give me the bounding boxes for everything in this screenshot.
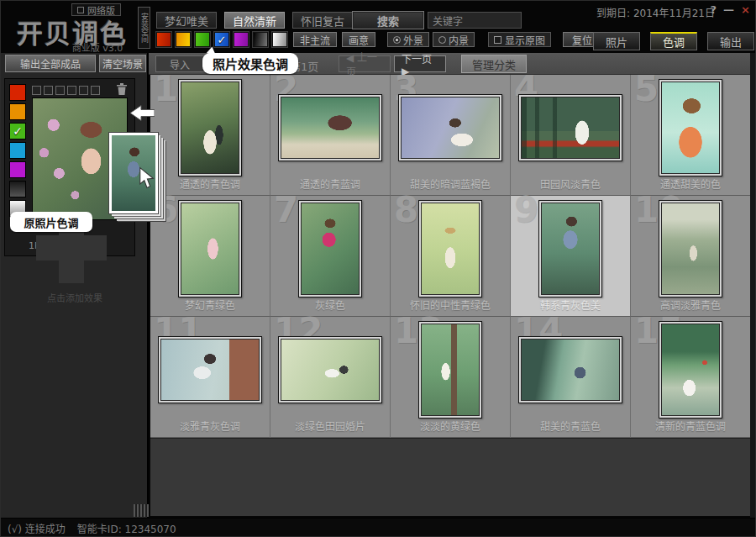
trash-icon[interactable]: [116, 82, 128, 96]
tab-输出[interactable]: 输出: [707, 32, 754, 50]
photo-frame: [418, 321, 482, 419]
effect-item-11[interactable]: 11淡雅青灰色调: [150, 317, 270, 438]
effect-photo-area: [391, 75, 510, 176]
category-button[interactable]: 梦幻唯美: [156, 12, 217, 29]
drag-arrow-icon: [129, 104, 155, 122]
import-button[interactable]: 导入: [155, 55, 204, 72]
sidebar-swatch-red[interactable]: [9, 84, 26, 101]
color-swatch-green[interactable]: [195, 32, 210, 47]
effect-item-1[interactable]: 1通透的青色调: [150, 75, 270, 196]
photo-grid: 1通透的青色调2通透的青蓝调3甜美的暗调蓝褐色4田园风淡青色5通透甜美的色6梦幻…: [150, 75, 750, 438]
style-button-huayi[interactable]: 画意: [342, 32, 375, 47]
manage-category-button[interactable]: 管理分类: [461, 55, 527, 73]
window-controls: ? — ×: [711, 3, 750, 16]
radio-outdoor[interactable]: 外景: [387, 32, 429, 47]
category-nav: 梦幻唯美自然清新怀旧复古: [156, 12, 353, 29]
effect-thumbnail: [181, 82, 239, 174]
sidebar-swatch-orange[interactable]: [9, 103, 26, 120]
install-space-tab[interactable]: 安装空间: [138, 7, 150, 49]
show-original-checkbox[interactable]: 显示原图: [488, 32, 551, 47]
filter-checkbox[interactable]: [91, 86, 100, 95]
clear-scene-button[interactable]: 清空场景: [99, 55, 146, 72]
help-icon[interactable]: ?: [711, 3, 717, 16]
photo-frame: [418, 200, 482, 297]
effect-thumbnail: [181, 203, 239, 295]
effect-thumbnail: [281, 339, 380, 401]
effect-caption: 淡淡的黄绿色: [420, 419, 480, 437]
effect-thumbnail: [421, 324, 480, 416]
effect-photo-area: [391, 317, 510, 419]
category-button[interactable]: 怀旧复古: [292, 12, 353, 29]
search-button[interactable]: 搜索: [352, 11, 424, 29]
effect-caption: 甜美的青蓝色: [540, 419, 601, 437]
color-swatch-orange[interactable]: [176, 32, 191, 47]
effect-item-9[interactable]: 9韩系青灰色美: [511, 196, 631, 317]
sidebar-swatch-magenta[interactable]: [9, 161, 26, 178]
keyword-input[interactable]: [428, 12, 522, 29]
sidebar-swatch-cyan[interactable]: [9, 142, 26, 159]
effect-item-13[interactable]: 13淡淡的黄绿色: [391, 317, 511, 438]
effect-item-7[interactable]: 7灰绿色: [270, 196, 391, 317]
effect-caption: 甜美的暗调蓝褐色: [410, 176, 491, 195]
photo-frame: [298, 200, 362, 297]
photo-frame: [659, 79, 722, 176]
effect-thumbnail: [661, 203, 720, 295]
sidebar-color-swatches: ✓: [9, 84, 26, 217]
color-swatch-white-gradient[interactable]: [272, 32, 287, 47]
effect-item-10[interactable]: 10高调淡雅青色: [631, 196, 750, 317]
color-swatch-blue[interactable]: ✓: [214, 32, 229, 47]
window-right-edge: [750, 53, 756, 518]
effect-item-15[interactable]: 15清新的青蓝色调: [631, 317, 750, 438]
expiry-date-label: 到期日: 2014年11月21日: [596, 5, 715, 19]
category-button[interactable]: 自然清新: [224, 12, 285, 29]
show-original-label: 显示原图: [505, 33, 545, 47]
effect-item-6[interactable]: 6梦幻青绿色: [150, 196, 270, 317]
connection-label: 连接成功: [25, 524, 66, 535]
filter-checkbox-row: [32, 86, 100, 95]
original-tone-tooltip: 原照片色调: [10, 212, 92, 232]
photo-frame: [538, 200, 602, 297]
filter-checkbox[interactable]: [79, 86, 88, 95]
effect-photo-area: [631, 317, 750, 419]
effect-thumbnail: [421, 203, 480, 295]
color-swatch-black-gradient[interactable]: [253, 32, 268, 47]
photo-frame: [178, 200, 242, 297]
sidebar-swatch-black[interactable]: [9, 181, 26, 197]
tab-照片[interactable]: 照片: [593, 32, 640, 50]
effect-photo-area: [150, 75, 270, 176]
next-page-button[interactable]: 下一页 ▶: [394, 55, 446, 72]
effect-item-5[interactable]: 5通透甜美的色: [631, 75, 750, 196]
effect-item-8[interactable]: 8怀旧的中性青绿色: [391, 196, 511, 317]
output-all-button[interactable]: 输出全部成品: [5, 55, 96, 72]
filter-checkbox[interactable]: [32, 86, 41, 95]
effect-caption: 淡绿色田园婚片: [295, 419, 365, 437]
effect-thumbnail: [301, 203, 360, 295]
tab-色调[interactable]: 色调: [650, 32, 697, 50]
radio-indoor[interactable]: 内景: [433, 32, 475, 47]
prev-page-button[interactable]: ◀ 上一页: [339, 55, 391, 72]
radio-outdoor-label: 外景: [403, 33, 423, 47]
filter-checkbox[interactable]: [55, 86, 65, 95]
filter-checkbox[interactable]: [44, 86, 53, 95]
effect-caption: 淡雅青灰色调: [180, 419, 240, 437]
photo-frame: [659, 200, 722, 297]
effect-item-4[interactable]: 4田园风淡青色: [511, 75, 631, 196]
close-icon[interactable]: ×: [741, 3, 750, 16]
effect-tooltip: 照片效果色调: [202, 53, 298, 74]
splitter-grip[interactable]: [134, 504, 149, 517]
filter-checkbox[interactable]: [67, 86, 76, 95]
scene-radio-group: 外景 内景: [387, 32, 475, 47]
mouse-cursor-icon: [138, 166, 156, 189]
effect-item-12[interactable]: 12淡绿色田园婚片: [270, 317, 391, 438]
minimize-icon[interactable]: —: [723, 3, 734, 16]
radio-indoor-label: 内景: [449, 33, 469, 47]
color-swatch-magenta[interactable]: [234, 32, 249, 47]
sidebar-swatch-green[interactable]: ✓: [9, 123, 26, 140]
effect-item-14[interactable]: 14甜美的青蓝色: [511, 317, 631, 438]
effect-item-2[interactable]: 2通透的青蓝调: [270, 75, 391, 196]
edition-label: 商业版 v3.0: [51, 40, 144, 54]
style-button-feizhuliu[interactable]: 非主流: [293, 32, 337, 47]
check-icon: ✓: [10, 124, 25, 139]
effect-item-3[interactable]: 3甜美的暗调蓝褐色: [391, 75, 511, 196]
color-swatch-red[interactable]: [156, 32, 171, 47]
